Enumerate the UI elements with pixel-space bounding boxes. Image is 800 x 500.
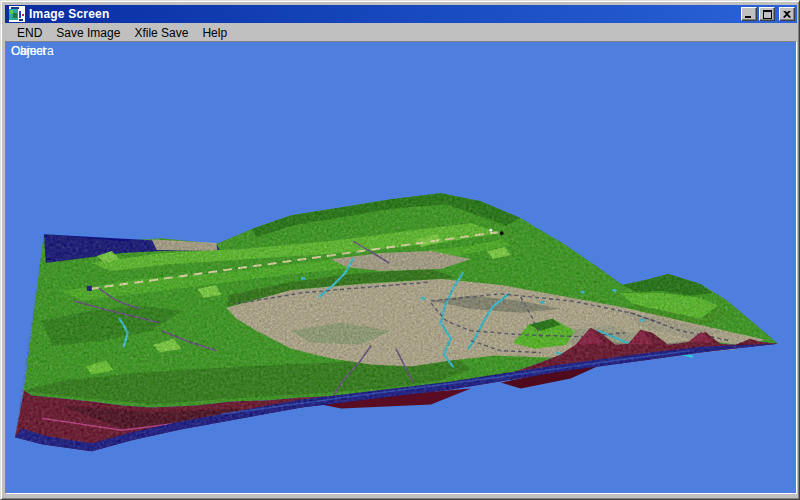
maximize-icon — [763, 10, 772, 19]
menu-item-end[interactable]: END — [15, 25, 44, 41]
minimize-icon — [745, 11, 753, 18]
menu-item-help[interactable]: Help — [200, 25, 229, 41]
minimize-button[interactable] — [741, 7, 757, 21]
window-title: Image Screen — [29, 7, 109, 21]
menu-item-save-image[interactable]: Save Image — [54, 25, 122, 41]
menu-bar: END Save Image Xfile Save Help — [5, 24, 797, 41]
terrain-3d-render — [6, 42, 796, 493]
close-icon — [783, 11, 791, 18]
app-icon — [9, 6, 25, 22]
title-bar[interactable]: Image Screen — [5, 5, 797, 23]
overlay-label-camera: Camera — [11, 44, 54, 58]
maximize-button[interactable] — [759, 7, 775, 21]
close-button[interactable] — [779, 7, 795, 21]
render-viewport[interactable]: Object Camera — [5, 41, 797, 494]
app-window: Image Screen END Save Image Xfile Save H… — [0, 0, 800, 500]
menu-item-xfile-save[interactable]: Xfile Save — [132, 25, 190, 41]
